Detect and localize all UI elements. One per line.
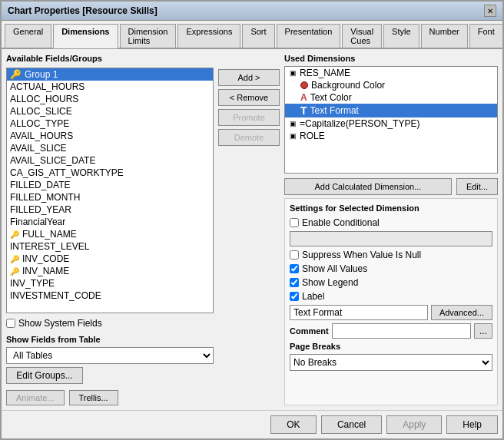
used-dimensions-list[interactable]: ▣ RES_NAME Background Color A Text Color… [284,66,498,174]
group-icon: 🔑 [10,69,22,80]
main-content: Available Fields/Groups 🔑 Group 1 ACTUAL… [2,49,502,410]
ok-button[interactable]: OK [270,415,317,434]
show-system-row: Show System Fields [6,318,214,329]
field-item-group1[interactable]: 🔑 Group 1 [7,68,213,81]
help-button[interactable]: Help [446,415,498,434]
advanced-button[interactable]: Advanced... [431,305,492,320]
used-item-capitalize[interactable]: ▣ =Capitalize(PERSON_TYPE) [285,117,497,130]
tab-visual-cues[interactable]: Visual Cues [342,24,382,48]
field-item-interest-level[interactable]: INTEREST_LEVEL [7,240,213,253]
demote-button[interactable]: Demote [218,129,280,146]
remove-button[interactable]: < Remove [218,89,280,106]
enable-conditional-label: Enable Conditional [302,217,380,228]
key-icon-inv-name: 🔑 [10,267,19,276]
suppress-row: Suppress When Value Is Null [290,250,492,260]
field-item-actual-hours[interactable]: ACTUAL_HOURS [7,81,213,93]
show-all-label: Show All Values [302,263,367,274]
field-item-full-name[interactable]: 🔑 FULL_NAME [7,228,213,240]
used-item-text-format[interactable]: T Text Format [285,104,497,117]
settings-section: Settings for Selected Dimension Enable C… [284,198,498,405]
tab-general[interactable]: General [5,24,51,48]
enable-conditional-checkbox[interactable] [290,218,299,227]
cancel-button[interactable]: Cancel [321,415,382,434]
bottom-left-buttons: Animate... Trellis... [6,390,214,405]
field-item-alloc-type[interactable]: ALLOC_TYPE [7,117,213,130]
field-item-alloc-hours[interactable]: ALLOC_HOURS [7,93,213,105]
comment-input[interactable] [332,323,471,339]
show-all-row: Show All Values [290,263,492,274]
key-icon-inv-code: 🔑 [10,255,19,263]
footer: OK Cancel Apply Help [2,410,502,438]
field-item-inv-name[interactable]: 🔑 INV_NAME [7,265,213,277]
close-button[interactable]: ✕ [484,5,496,17]
conditional-input[interactable] [290,231,492,246]
expand-icon-role: ▣ [290,132,297,140]
tab-dimension-limits[interactable]: Dimension Limits [120,24,177,48]
add-button[interactable]: Add > [218,69,280,86]
field-item-inv-code[interactable]: 🔑 INV_CODE [7,253,213,265]
field-item-alloc-slice[interactable]: ALLOC_SLICE [7,105,213,117]
label-label: Label [302,291,324,302]
a-icon-text-color: A [300,92,307,103]
field-item-ca-gis[interactable]: CA_GIS_ATT_WORKTYPE [7,167,213,179]
field-item-filled-year[interactable]: FILLED_YEAR [7,203,213,216]
animate-button[interactable]: Animate... [6,390,65,405]
tab-sort[interactable]: Sort [242,24,274,48]
used-item-res-name[interactable]: ▣ RES_NAME [285,67,497,79]
available-fields-label: Available Fields/Groups [6,54,214,63]
field-item-avail-hours[interactable]: AVAIL_HOURS [7,130,213,142]
t-icon-text-format: T [300,104,307,117]
tab-style[interactable]: Style [383,24,419,48]
tab-expressions[interactable]: Expressions [177,24,240,48]
show-system-label: Show System Fields [18,318,102,329]
suppress-checkbox[interactable] [290,250,299,260]
field-item-filled-month[interactable]: FILLED_MONTH [7,191,213,203]
show-legend-label: Show Legend [302,277,358,288]
mid-buttons-panel: Add > < Remove Promote Demote [218,54,280,405]
show-system-checkbox[interactable] [6,319,15,328]
tab-font[interactable]: Font [469,24,503,48]
add-edit-buttons: Add Calculated Dimension... Edit... [284,178,498,195]
title-bar: Chart Properties [Resource Skills] ✕ [2,2,502,21]
show-fields-label: Show Fields from Table [6,335,214,344]
show-fields-combo-container: All Tables [6,347,214,364]
field-item-investment-code[interactable]: INVESTMENT_CODE [7,289,213,302]
field-item-financial-year[interactable]: FinancialYear [7,216,213,228]
circle-icon-bg [300,81,308,89]
promote-button[interactable]: Promote [218,109,280,126]
main-window: Chart Properties [Resource Skills] ✕ Gen… [0,0,504,440]
field-item-avail-slice-date[interactable]: AVAIL_SLICE_DATE [7,154,213,167]
used-item-bg-color[interactable]: Background Color [285,79,497,91]
window-title: Chart Properties [Resource Skills] [8,5,158,16]
show-legend-row: Show Legend [290,277,492,288]
edit-groups-button[interactable]: Edit Groups... [6,367,83,384]
add-calculated-button[interactable]: Add Calculated Dimension... [284,178,452,195]
page-breaks-combo[interactable]: No Breaks [290,354,492,371]
label-checkbox[interactable] [290,292,299,301]
available-fields-list[interactable]: 🔑 Group 1 ACTUAL_HOURS ALLOC_HOURS ALLOC… [6,68,214,313]
used-item-text-color[interactable]: A Text Color [285,91,497,104]
trellis-button[interactable]: Trellis... [69,390,118,405]
enable-conditional-row: Enable Conditional [290,217,492,228]
edit-dimension-button[interactable]: Edit... [456,178,498,195]
field-item-avail-slice[interactable]: AVAIL_SLICE [7,142,213,154]
tab-dimensions[interactable]: Dimensions [53,24,118,48]
comment-dots-button[interactable]: ... [474,323,492,339]
expand-icon-res-name: ▣ [290,69,297,77]
right-panel: Used Dimensions ▣ RES_NAME Background Co… [284,54,498,405]
used-item-role[interactable]: ▣ ROLE [285,130,497,142]
apply-button[interactable]: Apply [386,415,442,434]
tab-presentation[interactable]: Presentation [277,24,341,48]
field-item-inv-type[interactable]: INV_TYPE [7,277,213,289]
field-item-filled-date[interactable]: FILLED_DATE [7,179,213,191]
used-dimensions-label: Used Dimensions [284,54,498,63]
settings-title: Settings for Selected Dimension [290,203,492,213]
show-legend-checkbox[interactable] [290,278,299,287]
expand-icon-capitalize: ▣ [290,120,297,127]
show-all-checkbox[interactable] [290,264,299,273]
label-input[interactable] [290,305,428,320]
left-panel: Available Fields/Groups 🔑 Group 1 ACTUAL… [6,54,214,405]
show-fields-combo[interactable]: All Tables [6,347,214,364]
tab-number[interactable]: Number [421,24,468,48]
comment-row: Comment ... [290,323,492,339]
